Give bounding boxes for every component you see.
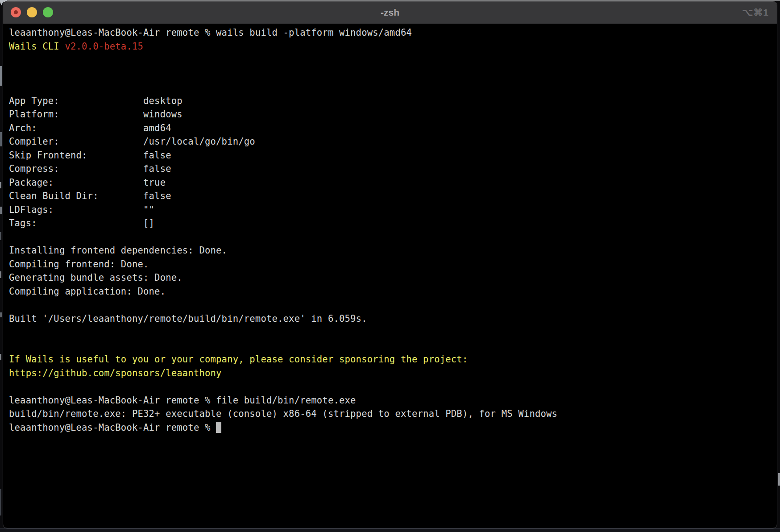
terminal-line: Clean Build Dir: false xyxy=(9,189,772,203)
terminal-line: Generating bundle assets: Done. xyxy=(9,271,772,285)
terminal-line: Built '/Users/leaanthony/remote/build/bi… xyxy=(9,312,772,326)
desktop-background: -zsh ⌥⌘1 leaanthony@Leas-MacBook-Air rem… xyxy=(0,0,780,532)
terminal-line xyxy=(9,80,772,94)
terminal-line: Compiling frontend: Done. xyxy=(9,258,772,271)
text-cursor xyxy=(216,422,221,433)
terminal-line: Wails CLI v2.0.0-beta.15 xyxy=(9,40,772,54)
terminal-line: leaanthony@Leas-MacBook-Air remote % wai… xyxy=(9,26,772,40)
window-shortcut-badge: ⌥⌘1 xyxy=(742,1,769,24)
terminal-line: If Wails is useful to you or your compan… xyxy=(9,353,772,366)
terminal-line: Compiling application: Done. xyxy=(9,285,772,299)
terminal-line: Compiler: /usr/local/go/bin/go xyxy=(9,135,772,149)
terminal-line: build/bin/remote.exe: PE32+ executable (… xyxy=(9,407,772,421)
background-window-fragment xyxy=(0,354,1,360)
terminal-line: App Type: desktop xyxy=(9,94,772,108)
terminal-screen[interactable]: leaanthony@Leas-MacBook-Air remote % wai… xyxy=(3,24,777,434)
terminal-line xyxy=(9,53,772,67)
terminal-line xyxy=(9,325,772,339)
background-window-fragment xyxy=(0,132,2,146)
background-window-fragment xyxy=(0,182,1,188)
terminal-line: Tags: [] xyxy=(9,216,772,230)
terminal-line xyxy=(9,298,772,312)
background-window-fragment xyxy=(0,232,1,240)
terminal-line: leaanthony@Leas-MacBook-Air remote % xyxy=(9,421,772,435)
terminal-line: LDFlags: "" xyxy=(9,203,772,217)
terminal-window: -zsh ⌥⌘1 leaanthony@Leas-MacBook-Air rem… xyxy=(3,1,777,528)
terminal-line xyxy=(9,339,772,353)
terminal-line: Installing frontend dependencies: Done. xyxy=(9,244,772,258)
terminal-line: https://github.com/sponsors/leaanthony xyxy=(9,366,772,380)
background-window-fragment xyxy=(0,207,2,214)
background-window-fragment xyxy=(778,473,780,486)
terminal-line xyxy=(9,380,772,394)
window-title: -zsh xyxy=(3,1,777,24)
screen-bottom-strip xyxy=(0,528,780,532)
background-window-fragment xyxy=(0,489,1,515)
terminal-line: Arch: amd64 xyxy=(9,121,772,135)
terminal-line xyxy=(9,230,772,244)
background-window-fragment xyxy=(0,312,2,317)
terminal-line: leaanthony@Leas-MacBook-Air remote % fil… xyxy=(9,394,772,407)
titlebar[interactable]: -zsh ⌥⌘1 xyxy=(3,1,777,24)
terminal-line xyxy=(9,67,772,81)
background-window-fragment xyxy=(0,271,1,278)
terminal-line: Skip Frontend: false xyxy=(9,149,772,162)
background-window-fragment xyxy=(0,66,2,86)
terminal-line: Compress: false xyxy=(9,162,772,176)
terminal-line: Package: true xyxy=(9,176,772,190)
terminal-line: Platform: windows xyxy=(9,108,772,121)
